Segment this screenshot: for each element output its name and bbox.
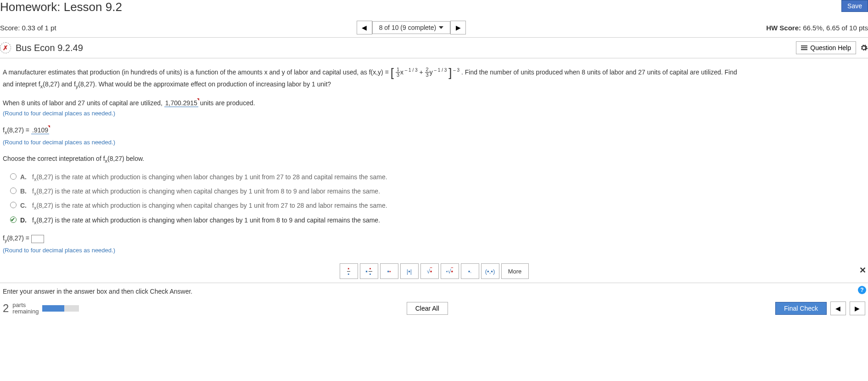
question-progress-dropdown[interactable]: 8 of 10 (9 complete) (372, 21, 451, 34)
chevron-down-icon (439, 26, 443, 29)
question-nav: ◀ 8 of 10 (9 complete) ▶ (357, 21, 466, 34)
question-help-button[interactable]: Question Help (796, 41, 856, 54)
choice-b[interactable]: B. fx(8,27) is the rate at which product… (10, 186, 865, 198)
choice-a[interactable]: A. fx(8,27) is the rate at which product… (10, 172, 865, 183)
math-toolbar: ▪▪ ▪▪▪ ▪▪ |▪| √▪ ▪√▪ ▪. (▪,▪) More ✕ (0, 260, 868, 283)
tool-abs[interactable]: |▪| (400, 263, 419, 279)
save-button[interactable]: Save (841, 0, 868, 12)
choose-prompt: Choose the correct intepretation of fx(8… (3, 154, 865, 165)
rounding-hint: (Round to four decimal places as needed.… (3, 247, 115, 254)
part-4: fy(8,27) = (Round to four decimal places… (3, 233, 865, 255)
page-title: Homework: Lesson 9.2 (0, 0, 122, 14)
question-title: Bus Econ 9.2.49 (16, 43, 83, 53)
list-icon (801, 45, 807, 51)
prev-question-button[interactable]: ◀ (357, 21, 372, 34)
answer-field-3[interactable] (31, 235, 44, 243)
tool-sqrt[interactable]: √▪ (420, 263, 439, 279)
radio-icon (10, 188, 17, 194)
answer-field-1[interactable]: 1,700.2915 (164, 99, 198, 107)
part-1: When 8 units of labor and 27 units of ca… (3, 98, 865, 119)
parts-remaining: 2 partsremaining (3, 302, 79, 315)
tool-subscript[interactable]: ▪. (461, 263, 479, 279)
tool-nth-root[interactable]: ▪√▪ (441, 263, 459, 279)
progress-bar (42, 305, 79, 312)
next-button[interactable]: ▶ (850, 301, 865, 315)
tool-exponent[interactable]: ▪▪ (380, 263, 398, 279)
radio-icon (10, 202, 17, 208)
answer-field-2[interactable]: .9109 (31, 126, 49, 134)
score: Score: 0.33 of 1 pt (0, 24, 56, 32)
answer-instruction: Enter your answer in the answer box and … (3, 288, 192, 295)
radio-icon (10, 173, 17, 180)
tool-coord-pair[interactable]: (▪,▪) (481, 263, 499, 279)
rounding-hint: (Round to four decimal places as needed.… (3, 139, 115, 146)
question-status-icon (0, 42, 11, 53)
tool-more-button[interactable]: More (501, 263, 529, 279)
part-2: fx(8,27) = .9109 (Round to four decimal … (3, 125, 865, 147)
close-icon[interactable]: ✕ (859, 265, 866, 275)
next-question-button[interactable]: ▶ (450, 21, 466, 34)
radio-checked-icon (10, 216, 17, 223)
prev-button[interactable]: ◀ (830, 301, 846, 315)
clear-all-button[interactable]: Clear All (407, 302, 448, 315)
tool-fraction[interactable]: ▪▪ (340, 263, 358, 279)
hw-score: HW Score: 66.5%, 6.65 of 10 pts (766, 24, 868, 32)
choice-c[interactable]: C. fx(8,27) is the rate at which product… (10, 200, 865, 212)
rounding-hint: (Round to four decimal places as needed.… (3, 110, 115, 117)
problem-statement: A manufacturer estimates that production… (3, 66, 865, 91)
help-icon[interactable]: ? (858, 286, 866, 294)
final-check-button[interactable]: Final Check (775, 302, 827, 315)
tool-mixed-fraction[interactable]: ▪▪▪ (360, 263, 378, 279)
gear-icon[interactable] (860, 44, 868, 52)
choice-d[interactable]: D. fx(8,27) is the rate at which product… (10, 215, 865, 227)
